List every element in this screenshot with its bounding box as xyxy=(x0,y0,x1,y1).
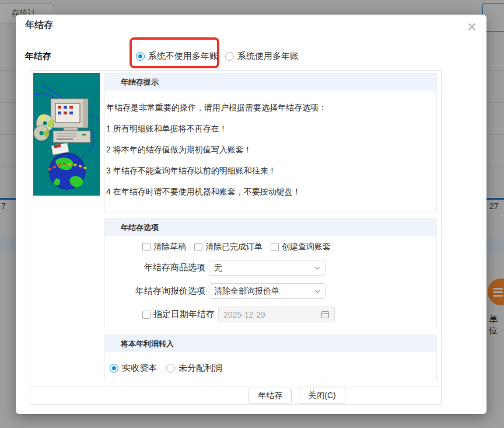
product-option-select[interactable]: 无 xyxy=(209,260,326,276)
specified-date-row: 指定日期年结存 2025-12-29 xyxy=(142,307,436,322)
checkbox-create-query-account-label: 创建查询账套 xyxy=(282,242,331,252)
dialog-footer: 年结存 关闭(C) xyxy=(30,387,441,404)
radio-paid-in-capital-label: 实收资本 xyxy=(122,363,157,374)
radio-selected-icon xyxy=(110,364,118,373)
computer-clipart-image xyxy=(33,73,100,387)
radio-multi-year-label: 系统使用多年账 xyxy=(237,51,299,62)
checkbox-specified-date-label: 指定日期年结存 xyxy=(153,309,215,320)
computer-globe-illustration xyxy=(33,73,100,196)
checkbox-clear-drafts-label: 清除草稿 xyxy=(153,242,186,252)
tips-item: 1 所有明细账和单据将不再存在！ xyxy=(106,123,432,135)
dialog-title: 年结存 xyxy=(25,19,53,32)
radio-no-multi-year[interactable]: 系统不使用多年账 xyxy=(136,51,218,62)
tips-section: 年结存提示 年结存是非常重要的操作，请用户根据需要选择年结存选项： 1 所有明细… xyxy=(104,73,437,213)
radio-selected-icon xyxy=(136,52,145,61)
tips-item: 3 年结存不能查询年结存以前的明细账和往来！ xyxy=(106,165,432,177)
year-end-date-value: 2025-12-29 xyxy=(223,310,265,319)
multi-year-mode-radio-group: 系统不使用多年账 系统使用多年账 xyxy=(136,51,299,62)
checkbox-icon xyxy=(194,243,202,251)
radio-multi-year[interactable]: 系统使用多年账 xyxy=(225,51,299,62)
profit-transfer-section: 将本年利润转入 实收资本 未分配利润 xyxy=(104,335,437,381)
panel-right-column: 年结存提示 年结存是非常重要的操作，请用户根据需要选择年结存选项： 1 所有明细… xyxy=(104,73,438,387)
checkbox-create-query-account[interactable]: 创建查询账套 xyxy=(271,242,331,252)
radio-unselected-icon xyxy=(166,364,175,373)
tips-body: 年结存是非常重要的操作，请用户根据需要选择年结存选项： 1 所有明细账和单据将不… xyxy=(105,91,436,198)
panel-main: 年结存提示 年结存是非常重要的操作，请用户根据需要选择年结存选项： 1 所有明细… xyxy=(30,71,441,387)
options-checkbox-row: 清除草稿 清除已完成订单 创建查询账套 xyxy=(142,242,436,252)
inquiry-option-value: 清除全部询报价单 xyxy=(214,286,279,297)
checkbox-clear-drafts[interactable]: 清除草稿 xyxy=(142,242,186,252)
year-end-date-input[interactable]: 2025-12-29 xyxy=(218,307,335,322)
chevron-down-icon xyxy=(314,290,320,293)
chevron-down-icon xyxy=(314,266,320,270)
checkbox-icon xyxy=(142,243,150,251)
inquiry-option-row: 年结存询报价选项 清除全部询报价单 xyxy=(112,283,436,299)
radio-no-multi-year-label: 系统不使用多年账 xyxy=(148,51,218,62)
radio-undistributed-profit[interactable]: 未分配利润 xyxy=(166,363,222,374)
options-section: 年结存选项 清除草稿 清除已完成订单 xyxy=(104,218,437,329)
tips-intro: 年结存是非常重要的操作，请用户根据需要选择年结存选项： xyxy=(106,102,432,114)
close-button[interactable]: 关闭(C) xyxy=(299,388,345,404)
checkbox-clear-completed-orders[interactable]: 清除已完成订单 xyxy=(194,242,262,252)
footer-button-group: 年结存 关闭(C) xyxy=(249,388,345,404)
profit-transfer-header: 将本年利润转入 xyxy=(105,335,436,352)
profit-transfer-body: 实收资本 未分配利润 xyxy=(105,352,436,374)
product-option-value: 无 xyxy=(214,263,222,273)
close-icon[interactable]: ✕ xyxy=(464,19,480,34)
radio-unselected-icon xyxy=(225,52,234,61)
checkbox-icon xyxy=(142,311,150,319)
tips-item: 2 将本年的结存值做为期初值写入账套！ xyxy=(106,144,432,156)
tips-section-header: 年结存提示 xyxy=(105,74,436,91)
year-end-section-label: 年结存 xyxy=(25,51,51,62)
checkbox-specified-date[interactable]: 指定日期年结存 xyxy=(142,309,215,320)
dialog-body-panel: 年结存提示 年结存是非常重要的操作，请用户根据需要选择年结存选项： 1 所有明细… xyxy=(30,70,442,405)
checkbox-icon xyxy=(271,243,279,251)
tips-item: 4 在年结存时请不要使用机器和账套，不要按动键盘！ xyxy=(106,186,432,198)
radio-undistributed-profit-label: 未分配利润 xyxy=(178,363,222,374)
year-end-closing-button[interactable]: 年结存 xyxy=(249,388,292,404)
year-end-closing-dialog: 年结存 ✕ 年结存 系统不使用多年账 系统使用多年账 xyxy=(16,15,487,414)
product-option-label: 年结存商品选项 xyxy=(112,262,205,273)
calendar-icon xyxy=(321,310,330,319)
inquiry-option-select[interactable]: 清除全部询报价单 xyxy=(209,283,326,299)
radio-paid-in-capital[interactable]: 实收资本 xyxy=(110,363,157,374)
inquiry-option-label: 年结存询报价选项 xyxy=(112,286,205,297)
product-option-row: 年结存商品选项 无 xyxy=(112,260,436,276)
options-section-header: 年结存选项 xyxy=(105,219,436,236)
options-body: 清除草稿 清除已完成订单 创建查询账套 xyxy=(105,236,436,322)
checkbox-clear-completed-orders-label: 清除已完成订单 xyxy=(205,242,262,252)
